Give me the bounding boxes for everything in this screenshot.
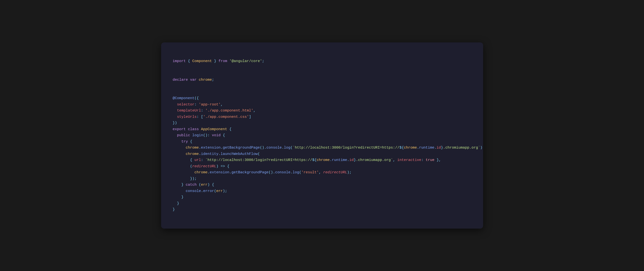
code-line-10: styleUrls: ['./app.component.css'] [173, 115, 251, 119]
code-line-21: } catch (err) { [173, 183, 214, 187]
code-line-24: } [173, 202, 179, 206]
code-line-13: public login(): void { [173, 133, 225, 138]
code-line-20: }); [173, 177, 197, 181]
code-line-17: { url: `http://localhost:3000/login?redi… [173, 158, 441, 162]
code-line-7: @Component({ [173, 96, 199, 100]
code-content: import { Component } from '@angular/core… [173, 52, 472, 219]
code-line-9: templateUrl: './app.component.html', [173, 108, 256, 113]
code-line-1: import { Component } from '@angular/core… [173, 59, 264, 63]
code-line-23: } [173, 195, 184, 199]
code-line-15: chrome.extension.getBackgroundPage().con… [173, 146, 482, 150]
code-line-4: declare var chrome; [173, 78, 214, 82]
code-line-8: selector: 'app-root', [173, 102, 223, 107]
code-line-11: }) [173, 121, 177, 125]
code-line-16: chrome.identity.launchWebAuthFlow( [173, 152, 260, 156]
code-editor: import { Component } from '@angular/core… [161, 42, 483, 229]
code-line-19: chrome.extension.getBackgroundPage().con… [173, 170, 352, 174]
code-line-12: export class AppComponent { [173, 127, 232, 132]
code-line-22: console.error(err); [173, 189, 227, 193]
code-line-25: } [173, 208, 175, 212]
code-line-14: try { [173, 140, 192, 144]
code-line-18: (redirectURL) => { [173, 164, 230, 168]
